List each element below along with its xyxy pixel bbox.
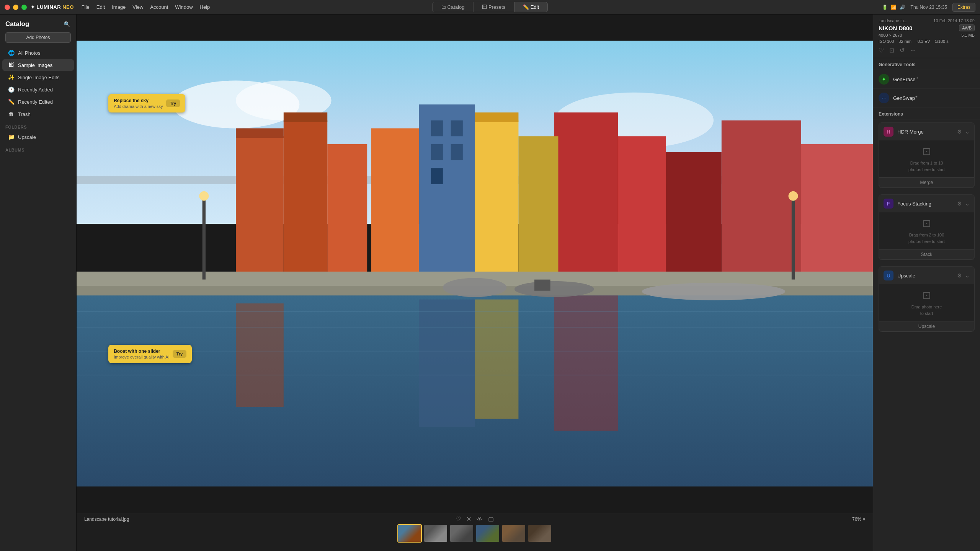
crop-icon[interactable]: ⊡ — [889, 47, 894, 54]
gen-erase-label: GenErase✦ — [893, 76, 975, 82]
close-window-button[interactable] — [5, 5, 10, 10]
sidebar-item-label: Sample Images — [18, 62, 52, 68]
thumbnail-3-image — [450, 525, 473, 542]
sidebar-header: Catalog 🔍 — [0, 18, 76, 32]
sidebar-title: Catalog — [5, 20, 29, 28]
single-image-edits-icon: ✨ — [8, 74, 15, 80]
thumbnail-4[interactable] — [475, 524, 500, 543]
hdr-merge-body: ⊡ Drag from 1 to 10photos here to start — [879, 140, 974, 177]
upscale-drop-icon: ⊡ — [884, 289, 970, 302]
focus-expand-icon[interactable]: ⌄ — [965, 201, 970, 207]
sidebar-item-trash[interactable]: 🗑 Trash — [2, 108, 74, 120]
tab-catalog[interactable]: 🗂 Catalog — [432, 2, 473, 12]
photo-image — [77, 15, 873, 513]
app-logo: ✦ LUMINAR NEO — [31, 4, 74, 10]
focus-settings-icon[interactable]: ⚙ — [957, 201, 962, 207]
tab-presets[interactable]: 🎞 Presets — [473, 2, 514, 12]
photo-file-size: 5.1 MB — [961, 33, 975, 37]
titlebar-tabs: 🗂 Catalog 🎞 Presets ✏️ Edit — [432, 2, 548, 12]
menu-account[interactable]: Account — [150, 4, 168, 10]
sidebar-item-sample-images[interactable]: 🖼 Sample Images — [2, 59, 74, 71]
heart-icon[interactable]: ♡ — [879, 47, 884, 54]
extras-button[interactable]: Extras — [952, 3, 975, 12]
date-display: Thu Nov 23 15:35 — [911, 5, 947, 10]
hdr-merge-button[interactable]: Merge — [879, 177, 974, 188]
gen-erase-tool[interactable]: ✦ GenErase✦ — [873, 70, 980, 89]
maximize-window-button[interactable] — [21, 5, 27, 10]
upscale-expand-icon[interactable]: ⌄ — [965, 272, 970, 279]
extensions-section: Extensions — [873, 108, 980, 119]
menu-image[interactable]: Image — [112, 4, 126, 10]
sidebar-item-single-image-edits[interactable]: ✨ Single Image Edits — [2, 72, 74, 83]
bottom-bar: Landscape tutorial.jpg ♡ ✕ 👁 ▢ 76% ▾ — [77, 513, 873, 551]
rotate-icon[interactable]: ↺ — [900, 47, 905, 54]
replace-sky-try-button[interactable]: Try — [166, 99, 180, 107]
folders-section-label: Folders — [0, 120, 76, 131]
focus-stacking-icon: F — [884, 199, 893, 209]
hdr-merge-icon: H — [884, 127, 893, 137]
focus-stacking-controls: ⚙ ⌄ — [957, 201, 970, 207]
menu-view[interactable]: View — [132, 4, 143, 10]
sidebar-item-recently-added[interactable]: 🕐 Recently Added — [2, 84, 74, 95]
thumbnail-5[interactable] — [501, 524, 526, 543]
svg-rect-21 — [801, 144, 873, 287]
compare-action-icon[interactable]: ▢ — [488, 515, 494, 523]
generative-tools-section: Generative Tools — [873, 58, 980, 70]
thumbnail-3[interactable] — [449, 524, 474, 543]
sidebar-item-all-photos[interactable]: 🌐 All Photos — [2, 47, 74, 59]
thumbnail-1[interactable] — [397, 524, 422, 543]
focus-stacking-header[interactable]: F Focus Stacking ⚙ ⌄ — [879, 195, 974, 212]
hdr-expand-icon[interactable]: ⌄ — [965, 129, 970, 135]
heart-action-icon[interactable]: ♡ — [456, 515, 461, 523]
folder-icon: 📁 — [8, 134, 15, 140]
hdr-merge-header[interactable]: H HDR Merge ⚙ ⌄ — [879, 123, 974, 140]
svg-rect-30 — [475, 300, 518, 419]
content-area: Replace the sky Add drama with a new sky… — [77, 15, 873, 551]
boost-slider-tooltip: Boost with one slider Improve overall qu… — [108, 345, 192, 363]
menu-help[interactable]: Help — [200, 4, 210, 10]
thumbnail-6-image — [528, 525, 551, 542]
sidebar-item-label: Single Image Edits — [18, 75, 59, 80]
upscale-header[interactable]: U Upscale ⚙ ⌄ — [879, 267, 974, 284]
sidebar-item-recently-edited[interactable]: ✏️ Recently Edited — [2, 96, 74, 108]
sidebar: Catalog 🔍 Add Photos 🌐 All Photos 🖼 Samp… — [0, 15, 77, 551]
minimize-window-button[interactable] — [13, 5, 18, 10]
flip-icon[interactable]: ↔ — [910, 47, 916, 54]
sidebar-search-button[interactable]: 🔍 — [62, 20, 71, 28]
photo-actions-row: ♡ ⊡ ↺ ↔ — [879, 47, 975, 54]
white-balance-label: AWB — [959, 24, 975, 31]
sidebar-folder-upscale[interactable]: 📁 Upscale — [2, 131, 74, 143]
menu-window[interactable]: Window — [175, 4, 193, 10]
add-photos-button[interactable]: Add Photos — [5, 32, 71, 43]
sidebar-item-label: Recently Edited — [18, 99, 53, 105]
sidebar-item-label: Trash — [18, 111, 31, 117]
upscale-settings-icon[interactable]: ⚙ — [957, 272, 962, 279]
sidebar-item-label: Upscale — [18, 134, 36, 140]
albums-section-label: Albums — [0, 143, 76, 154]
boost-slider-title: Boost with one slider — [114, 349, 170, 354]
boost-slider-try-button[interactable]: Try — [173, 350, 187, 358]
menu-edit[interactable]: Edit — [96, 4, 105, 10]
all-photos-icon: 🌐 — [8, 50, 15, 56]
gen-swap-tool[interactable]: ↔ GenSwap✦ — [873, 89, 980, 108]
hdr-settings-icon[interactable]: ⚙ — [957, 129, 962, 135]
bottom-actions: ♡ ✕ 👁 ▢ — [456, 515, 494, 523]
hdr-merge-controls: ⚙ ⌄ — [957, 129, 970, 135]
sample-images-icon: 🖼 — [8, 62, 15, 68]
tab-edit[interactable]: ✏️ Edit — [514, 2, 548, 12]
thumbnail-2[interactable] — [423, 524, 448, 543]
upscale-drop-text: Drag photo hereto start — [884, 304, 970, 316]
photo-container: Replace the sky Add drama with a new sky… — [77, 15, 873, 513]
zoom-dropdown-icon[interactable]: ▾ — [863, 517, 865, 522]
svg-rect-23 — [284, 112, 327, 122]
close-action-icon[interactable]: ✕ — [466, 515, 471, 523]
upscale-button[interactable]: Upscale — [879, 321, 974, 332]
svg-rect-7 — [451, 121, 463, 137]
focus-stack-button[interactable]: Stack — [879, 249, 974, 260]
thumbnail-6[interactable] — [528, 524, 552, 543]
eye-action-icon[interactable]: 👁 — [477, 516, 483, 523]
svg-point-38 — [642, 283, 785, 300]
photo-canvas: Replace the sky Add drama with a new sky… — [77, 15, 873, 513]
menu-file[interactable]: File — [82, 4, 90, 10]
hdr-drop-icon: ⊡ — [884, 145, 970, 158]
